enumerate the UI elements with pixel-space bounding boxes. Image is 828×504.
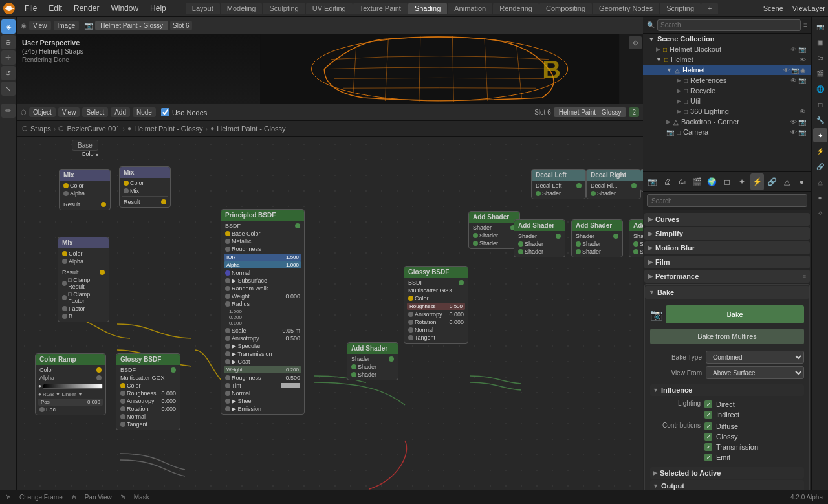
tab-geometry-nodes[interactable]: Geometry Nodes — [593, 3, 659, 14]
shader-view-btn[interactable]: View — [58, 107, 80, 117]
node-editor-canvas[interactable]: Base Colors Mix Color Alpha Result Mix C… — [17, 137, 643, 490]
add-shader-1[interactable]: Add Shader Shader Shader Shader — [468, 211, 520, 249]
sc-camera[interactable]: 📷 □ Camera 👁 📷 — [643, 127, 811, 137]
mix-node-1[interactable]: Mix Color Alpha Result — [59, 169, 111, 210]
simplify-section-header[interactable]: ▶ Simplify — [644, 227, 810, 240]
direct-checkbox[interactable]: ✓ — [704, 400, 712, 408]
tool-move[interactable]: ✛ — [1, 50, 16, 65]
si-object-icon[interactable]: ◻ — [813, 97, 827, 111]
si-view-layer-icon[interactable]: 🗂 — [813, 50, 827, 65]
si-particles-icon[interactable]: ✦ — [813, 128, 827, 142]
sc-helmet-blockout[interactable]: ▶ □ Helmet Blockout 👁 📷 — [643, 44, 811, 54]
props-icon-physics[interactable]: ⚡ — [750, 173, 764, 190]
sc-options-icon[interactable]: ≡ — [803, 21, 807, 28]
decal-back-node[interactable]: Decal Back Shader — [640, 169, 643, 192]
sc-ho-extra[interactable]: ◉ — [800, 67, 806, 74]
tab-compositing[interactable]: Compositing — [539, 3, 592, 14]
bc-straps[interactable]: Straps — [30, 125, 51, 133]
principled-bsdf-node[interactable]: Principled BSDF BSDF Base Color Metallic… — [221, 209, 305, 415]
menu-file[interactable]: File — [19, 3, 42, 14]
vp-view-btn[interactable]: View — [29, 21, 51, 30]
sc-recycle[interactable]: ▶ □ Recycle — [643, 85, 811, 96]
tab-texture-paint[interactable]: Texture Paint — [353, 3, 408, 14]
si-world-icon[interactable]: 🌐 — [813, 82, 827, 96]
si-scene-icon[interactable]: 🎬 — [813, 66, 827, 80]
sc-bd-render[interactable]: 📷 — [798, 118, 806, 126]
tab-animation[interactable]: Animation — [448, 3, 492, 14]
view-from-select[interactable]: Above Surface — [706, 366, 804, 379]
sc-hr-vis[interactable]: 👁 — [800, 56, 806, 63]
sc-ho-render[interactable]: 📷 — [791, 67, 799, 74]
influence-header[interactable]: ▼ Influence — [650, 384, 804, 396]
sc-hb-render[interactable]: 📷 — [798, 46, 806, 53]
sc-cam-render[interactable]: 📷 — [798, 129, 806, 136]
add-shader-r2[interactable]: Add Shader Shader Shader Shader — [571, 219, 623, 257]
sc-360-vis[interactable]: 👁 — [800, 108, 806, 115]
tool-select[interactable]: ◈ — [1, 19, 16, 34]
sc-bd-vis[interactable]: 👁 — [790, 118, 797, 126]
sc-util[interactable]: ▶ □ Util — [643, 96, 811, 106]
menu-window[interactable]: Window — [105, 3, 144, 14]
tab-layout[interactable]: Layout — [186, 3, 220, 14]
props-icon-scene[interactable]: 🎬 — [690, 173, 704, 190]
props-icon-world[interactable]: 🌍 — [705, 173, 719, 190]
tool-cursor[interactable]: ⊕ — [1, 35, 16, 49]
si-render-icon[interactable]: 📷 — [813, 19, 827, 34]
sc-ref-vis[interactable]: 👁 — [790, 77, 797, 84]
si-physics-icon[interactable]: ⚡ — [813, 144, 827, 158]
si-constraints-icon[interactable]: 🔗 — [813, 159, 827, 173]
selected-to-active-header[interactable]: ▶ Selected to Active — [650, 467, 804, 479]
menu-help[interactable]: Help — [145, 3, 171, 14]
decal-left-node[interactable]: Decal Left Decal Left Shader — [531, 169, 586, 199]
menu-edit[interactable]: Edit — [43, 3, 67, 14]
sc-helmet-root[interactable]: ▼ □ Helmet 👁 — [643, 54, 811, 65]
props-icon-output[interactable]: 🖨 — [660, 173, 674, 190]
si-shaderfx-icon[interactable]: ✧ — [813, 206, 827, 220]
bake-type-select[interactable]: Combined — [706, 351, 804, 364]
add-shader-r1[interactable]: Add Shader Shader Shader Shader — [514, 219, 565, 257]
motion-blur-section-header[interactable]: ▶ Motion Blur — [644, 241, 810, 254]
add-shader-r3[interactable]: Add Shader Shader Shader Shader — [629, 219, 643, 257]
si-data-icon[interactable]: △ — [813, 175, 827, 189]
vp-options-btn[interactable]: ⚙ — [629, 36, 642, 49]
indirect-checkbox[interactable]: ✓ — [704, 411, 712, 419]
si-output-icon[interactable]: ▣ — [813, 35, 827, 49]
shader-select-btn[interactable]: Select — [82, 107, 108, 117]
props-icon-object-data[interactable]: △ — [780, 173, 794, 190]
tab-shading[interactable]: Shading — [408, 3, 447, 14]
performance-section-header[interactable]: ▶ Performance ≡ — [644, 270, 810, 283]
sc-references[interactable]: ▶ □ References 👁 📷 — [643, 75, 811, 85]
decal-right-node[interactable]: Decal Right Decal Ri... Shader — [586, 169, 641, 199]
diffuse-checkbox[interactable]: ✓ — [704, 422, 712, 430]
tool-scale[interactable]: ⤡ — [1, 82, 16, 96]
props-search-input[interactable] — [647, 194, 807, 207]
menu-render[interactable]: Render — [69, 3, 104, 14]
bake-from-multires-button[interactable]: Bake from Multires — [650, 329, 804, 344]
bc-curve[interactable]: BezierCurve.001 — [67, 125, 120, 133]
transmission-checkbox[interactable]: ✓ — [704, 443, 712, 451]
tool-annotate[interactable]: ✏ — [1, 104, 16, 118]
sc-360-lighting[interactable]: ▶ □ 360 Lighting 👁 — [643, 106, 811, 116]
add-shader-bottom[interactable]: Add Shader Shader Shader Shader — [347, 342, 398, 380]
bake-button[interactable]: Bake — [666, 305, 804, 323]
mix-node-3[interactable]: Mix Color Alpha Result □ Clamp Result □ … — [58, 237, 109, 322]
output-header[interactable]: ▼ Output — [650, 480, 804, 490]
tab-rendering[interactable]: Rendering — [493, 3, 539, 14]
props-icon-view-layer[interactable]: 🗂 — [675, 173, 689, 190]
scene-search-input[interactable] — [657, 19, 801, 31]
bake-section-header[interactable]: ▼ Bake — [645, 286, 809, 299]
vp-image-btn[interactable]: Image — [54, 21, 80, 30]
shader-node-btn[interactable]: Node — [133, 107, 156, 117]
sc-backdrop[interactable]: ▶ △ Backdrop - Corner 👁 📷 — [643, 116, 811, 127]
sc-hb-vis[interactable]: 👁 — [790, 46, 797, 53]
curves-section-header[interactable]: ▶ Curves — [644, 213, 810, 226]
bc-mat1[interactable]: Helmet Paint - Glossy — [134, 125, 202, 133]
sc-cam-vis[interactable]: 👁 — [790, 129, 797, 136]
props-icon-render[interactable]: 📷 — [646, 173, 659, 190]
mix-node-2[interactable]: Mix Color Mix Result — [119, 166, 171, 208]
shader-add-btn[interactable]: Add — [111, 107, 130, 117]
use-nodes-checkbox[interactable] — [161, 108, 169, 116]
glossy-checkbox[interactable]: ✓ — [704, 433, 712, 441]
emit-checkbox[interactable]: ✓ — [704, 454, 712, 461]
tab-uv-editing[interactable]: UV Editing — [306, 3, 353, 14]
